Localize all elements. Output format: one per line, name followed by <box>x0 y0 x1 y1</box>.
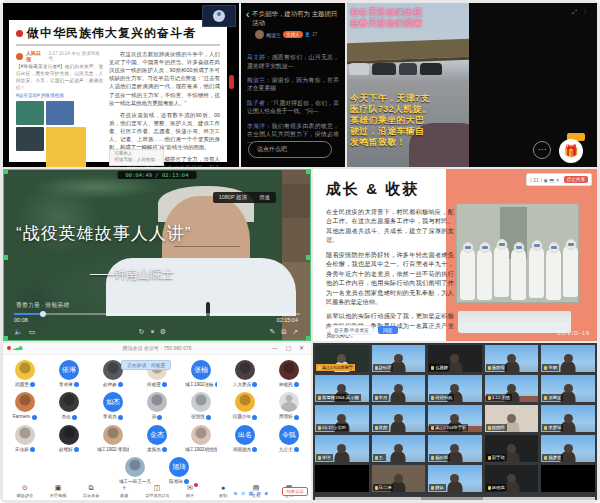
gift-button[interactable]: 🎁 <box>559 139 583 163</box>
video-tile[interactable]: 杨雨晴 <box>485 345 539 372</box>
participant[interactable]: 张楠 城工1902张楠 <box>185 360 217 387</box>
end-meeting-button[interactable]: 结束会议 <box>282 487 308 496</box>
selection-handle[interactable] <box>3 336 8 341</box>
video-tile[interactable]: 嵩山1704李晓宇 <box>315 345 369 372</box>
toolbar-button[interactable]: ＋ 邀请 <box>112 484 136 498</box>
chat-username[interactable]: 李海洋： <box>247 123 272 129</box>
video-tile[interactable]: 4-12-刘敏 <box>485 375 539 402</box>
progress-handle[interactable] <box>40 311 46 317</box>
playback-icons[interactable]: ↻ ⏸ ⚙ <box>139 328 169 336</box>
video-tile[interactable]: 赵钰琪 <box>372 345 426 372</box>
participant[interactable]: 鸡腿堡 <box>9 360 41 387</box>
video-tile[interactable]: 轻轻的风 <box>428 375 482 402</box>
participant[interactable]: 依琳 李依琳 <box>53 360 85 387</box>
ppe-figure <box>477 248 492 300</box>
video-tile[interactable]: 王. <box>372 435 426 462</box>
street-video[interactable]: 在冬天送你们出征 在春天迎你们回家 今天下午，天津7支 医疗队732人凯旋。 英… <box>347 3 469 167</box>
share-toolbar[interactable]: ⟨ 21 ⟩ ◉ ⬒ ✕ 停止共享 <box>526 173 592 186</box>
window-corner-icons[interactable]: ⤢ ⋮ <box>572 9 589 16</box>
participant[interactable]: 旭琦 陆旭琦 <box>163 457 195 484</box>
window-controls[interactable]: — ▢ ✕ <box>272 344 307 351</box>
participant[interactable]: 赵铭轩 <box>53 425 85 452</box>
video-tile[interactable]: 宋洁 <box>315 435 369 462</box>
video-tile[interactable]: 静姝 <box>428 465 482 492</box>
participant-name: 城工1902胡悦悦 <box>185 447 217 452</box>
progress-bar[interactable] <box>14 313 300 315</box>
mic-icon <box>544 456 547 460</box>
participant[interactable]: 城工一班王一凡 <box>119 457 151 484</box>
toolbar-button[interactable]: ⧉ 共享屏幕 <box>79 484 103 498</box>
back-chevron-icon[interactable]: ‹ <box>246 10 249 19</box>
video-tile[interactable]: 杨梦含 <box>541 435 595 462</box>
video-tile[interactable]: 曾雪梅1904-高小楠 <box>315 375 369 402</box>
chat-username[interactable]: 梅淑兰： <box>247 77 272 83</box>
selection-handle[interactable] <box>306 169 311 174</box>
selection-handle[interactable] <box>3 169 8 174</box>
participant[interactable]: 周明轩 <box>273 392 305 419</box>
raise-hand-pill: @王鹏 申请发言 <box>329 325 374 335</box>
quality-label[interactable]: 1080P 超清 <box>219 194 247 201</box>
participant[interactable]: 林晓凯 <box>273 360 305 387</box>
selection-handle[interactable] <box>306 336 311 341</box>
more-options-button[interactable]: ⋯ <box>533 141 551 159</box>
toolbar-icons[interactable]: ⟨ 21 ⟩ ◉ ⬒ ✕ <box>530 177 560 183</box>
approve-button[interactable]: 同意 <box>378 326 398 334</box>
weibo-link[interactable]: #战疫英雄# 的微博视频 <box>16 93 103 98</box>
video-tile[interactable] <box>315 465 369 492</box>
mic-icon <box>375 486 378 490</box>
selection-handle[interactable] <box>3 255 8 260</box>
volume-subtitle-icons[interactable]: 🔈 ▭ <box>14 328 37 336</box>
video-tile[interactable]: 辛丹 <box>372 375 426 402</box>
participant[interactable]: 孙 <box>141 392 173 419</box>
video-tile[interactable]: 李梦瑶 <box>541 405 595 432</box>
video-tile[interactable]: 迟明蕊 <box>485 465 539 492</box>
video-tile[interactable]: 郭宇琦 <box>485 435 539 462</box>
tile-name-label: 郭宇琦 <box>486 454 507 461</box>
toolbar-button[interactable]: ▣ 开启视频 <box>46 484 70 498</box>
video-tile[interactable]: 马二强 <box>372 465 426 492</box>
participant[interactable]: 人大委员 <box>229 360 261 387</box>
participant[interactable]: 张悦悦 <box>185 392 217 419</box>
meeting-titlebar[interactable]: ▂▄▆ 腾讯会议 会议号：750 980 076 — ▢ ✕ <box>3 343 311 355</box>
video-tile[interactable]: 张鹏 <box>541 345 595 372</box>
video-tile[interactable] <box>541 465 595 492</box>
quality-tooltip[interactable]: 1080P 超清 倍速 <box>213 192 276 203</box>
host-avatar[interactable] <box>255 30 264 39</box>
video-tile[interactable]: 么雅静 <box>428 345 482 372</box>
participant[interactable]: 城工1902-李雨桐 <box>97 425 129 452</box>
toolbar-button[interactable]: ✉ 聊天 <box>178 484 202 498</box>
toolbar-button[interactable]: ● 录制 <box>211 484 235 498</box>
video-tile[interactable]: 04-17小太阳 <box>315 405 369 432</box>
participant[interactable]: 问题少年 <box>229 392 261 419</box>
participant[interactable]: 如杰 李俊杰 <box>97 392 129 419</box>
chat-input[interactable]: 说点什么吧 <box>248 141 332 158</box>
selection-handle[interactable] <box>306 255 311 260</box>
participant[interactable]: 杰伦 <box>53 392 85 419</box>
chat-username[interactable]: 马文婷： <box>247 54 272 60</box>
chat-username[interactable]: 陈子睿： <box>247 100 271 106</box>
mic-icon <box>544 426 547 430</box>
participant-avatar <box>15 392 35 412</box>
system-tray-icons[interactable]: ⊕ ⊘ ▦ ✉ ◈ <box>233 490 269 496</box>
participant[interactable]: 出名 湖南骁杰 <box>229 425 261 452</box>
stop-share-button[interactable]: 停止共享 <box>564 176 588 183</box>
video-tile[interactable]: 芮茜 <box>372 405 426 432</box>
participant[interactable]: Farmers. <box>9 392 41 419</box>
video-tile[interactable]: 陈雨晗 <box>485 405 539 432</box>
toolbar-button[interactable]: ⊙ 解除静音 <box>13 484 37 498</box>
participant[interactable]: 宋佳妍 <box>9 425 41 452</box>
participant[interactable]: 令狐 九公主 <box>273 425 305 452</box>
video-tile[interactable]: 杨欣悦 <box>428 435 482 462</box>
speed-label[interactable]: 倍速 <box>259 194 270 201</box>
participant[interactable]: 金杰 康振杰 <box>141 425 173 452</box>
presenter-camera-thumbnail[interactable] <box>202 5 236 27</box>
edit-share-icons[interactable]: ✎ ⧉ ↗ <box>269 328 300 336</box>
video-tile[interactable]: 吴晓雯 <box>541 375 595 402</box>
weibo-post-card[interactable]: 人民日报 3-17 10:24 来自 微博视频号 【#致敬最美逆行者#】他们白衣… <box>16 50 103 167</box>
video-tile[interactable]: 嵩山1704张宇轩 <box>428 405 482 432</box>
participant[interactable]: 城工1902胡悦悦 <box>185 425 217 452</box>
gallery-scrollbar[interactable] <box>315 497 595 500</box>
toolbar-label: 邀请 <box>120 493 128 498</box>
scrollbar-thumb[interactable] <box>421 497 483 500</box>
toolbar-button[interactable]: ◫ 管理成员(23) <box>145 484 169 498</box>
